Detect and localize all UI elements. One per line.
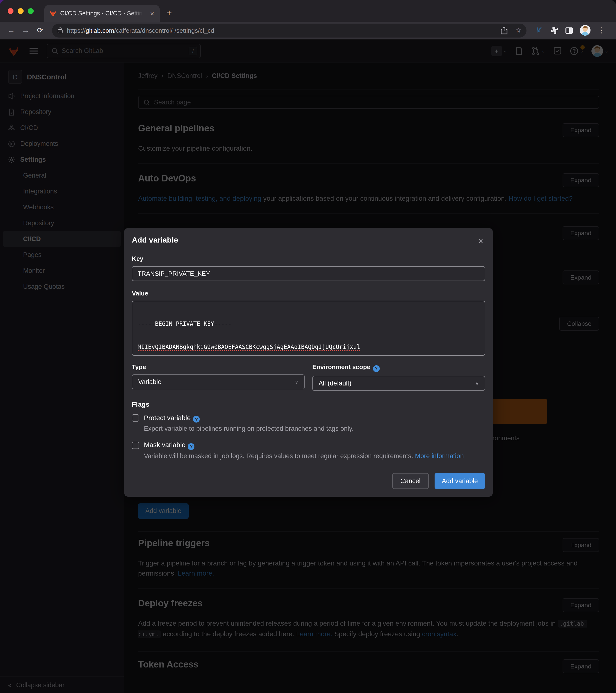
environment-scope-label: Environment scope? <box>312 363 485 372</box>
url-text: https://gitlab.com/cafferata/dnscontrol/… <box>67 27 214 34</box>
gitlab-favicon <box>49 9 57 17</box>
type-label: Type <box>132 363 305 371</box>
key-label: Key <box>132 255 485 262</box>
flags-label: Flags <box>132 400 485 408</box>
help-icon[interactable]: ? <box>193 416 200 422</box>
add-variable-modal: Add variable × Key TRANSIP_PRIVATE_KEY V… <box>124 228 493 497</box>
address-bar[interactable]: https://gitlab.com/cafferata/dnscontrol/… <box>52 23 526 37</box>
close-tab-icon[interactable]: × <box>148 9 156 17</box>
close-icon[interactable]: × <box>476 236 485 246</box>
new-tab-button[interactable]: + <box>166 8 172 18</box>
modal-title: Add variable <box>132 236 178 244</box>
environment-scope-select[interactable]: All (default) ∨ <box>312 376 485 391</box>
tab-bar: CI/CD Settings · CI/CD · Settings × + <box>0 0 616 22</box>
protect-variable-desc: Export variable to pipelines running on … <box>144 424 483 433</box>
type-select[interactable]: Variable ∨ <box>132 374 305 389</box>
chevron-down-icon: ∨ <box>475 380 479 386</box>
back-icon[interactable]: ← <box>5 26 17 35</box>
share-icon[interactable] <box>500 26 508 34</box>
mask-variable-checkbox[interactable] <box>132 442 139 449</box>
tab-title: CI/CD Settings · CI/CD · Settings <box>60 10 145 17</box>
browser-toolbar: ← → ⟳ https://gitlab.com/cafferata/dnsco… <box>0 22 616 39</box>
protect-variable-label: Protect variable? <box>144 414 200 422</box>
more-information-link[interactable]: More information <box>415 452 464 459</box>
cancel-button[interactable]: Cancel <box>392 473 429 489</box>
bookmark-star-icon[interactable]: ☆ <box>515 26 522 35</box>
extensions-puzzle-icon[interactable] <box>551 26 558 34</box>
minimize-window-button[interactable] <box>18 8 24 14</box>
value-textarea[interactable]: -----BEGIN PRIVATE KEY----- MIIEvQIBADAN… <box>132 301 485 356</box>
key-input[interactable]: TRANSIP_PRIVATE_KEY <box>132 266 485 281</box>
protect-variable-checkbox[interactable] <box>132 415 139 422</box>
chevron-down-icon: ∨ <box>295 379 298 384</box>
toolbar-extensions: ⋮ <box>535 25 605 36</box>
forward-icon[interactable]: → <box>19 26 32 35</box>
mask-variable-label: Mask variable? <box>144 441 195 450</box>
gitlab-app: Search GitLab / + ⌄ <box>0 39 616 693</box>
mask-variable-desc: Variable will be masked in job logs. Req… <box>144 452 483 460</box>
traffic-lights <box>8 8 34 14</box>
add-variable-submit-button[interactable]: Add variable <box>435 473 485 489</box>
protect-variable-row: Protect variable? <box>132 414 485 422</box>
browser-window: CI/CD Settings · CI/CD · Settings × + ← … <box>0 0 616 693</box>
zoom-window-button[interactable] <box>28 8 34 14</box>
help-icon[interactable]: ? <box>188 443 195 450</box>
help-icon[interactable]: ? <box>373 365 379 372</box>
tab-arrows-extension-icon[interactable] <box>535 26 543 34</box>
active-tab[interactable]: CI/CD Settings · CI/CD · Settings × <box>44 5 160 22</box>
reload-icon[interactable]: ⟳ <box>34 26 46 35</box>
reading-list-icon[interactable] <box>565 27 573 34</box>
chrome-profile-avatar[interactable] <box>580 25 591 36</box>
value-label: Value <box>132 290 485 297</box>
close-window-button[interactable] <box>8 8 14 14</box>
lock-icon[interactable] <box>58 29 63 33</box>
mask-variable-row: Mask variable? <box>132 441 485 450</box>
chrome-menu-icon[interactable]: ⋮ <box>598 26 605 35</box>
